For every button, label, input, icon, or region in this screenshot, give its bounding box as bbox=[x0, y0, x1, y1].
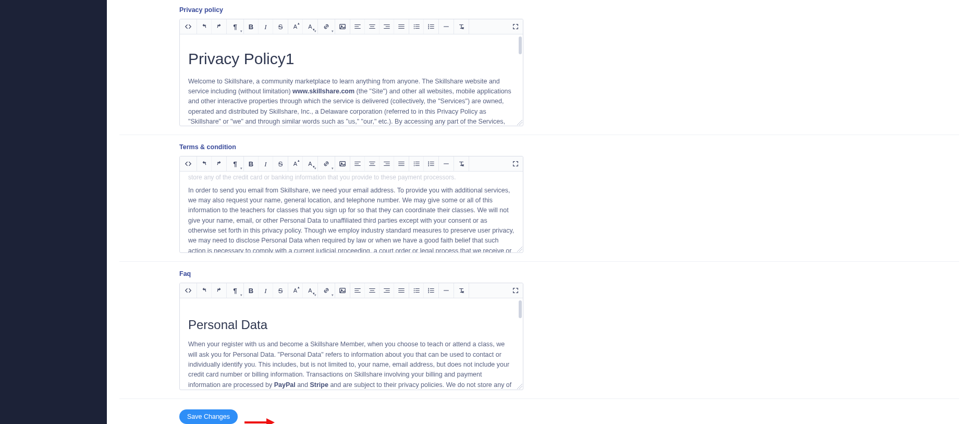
faq-paragraph: When your register with us and become a … bbox=[188, 340, 514, 390]
align-center-button[interactable] bbox=[365, 156, 379, 171]
faq-textarea[interactable]: Personal Data When your register with us… bbox=[180, 298, 523, 390]
align-right-button[interactable] bbox=[379, 156, 394, 171]
svg-point-14 bbox=[413, 25, 414, 26]
image-button[interactable] bbox=[335, 19, 350, 34]
undo-button[interactable] bbox=[197, 283, 212, 298]
horizontal-rule-button[interactable] bbox=[439, 19, 454, 34]
faq-heading: Personal Data bbox=[188, 315, 514, 334]
terms-condition-label: Terms & condition bbox=[179, 143, 523, 151]
unordered-list-button[interactable] bbox=[409, 156, 424, 171]
scrollbar-thumb[interactable] bbox=[519, 300, 522, 318]
faq-label: Faq bbox=[179, 270, 523, 277]
svg-point-15 bbox=[413, 26, 414, 27]
terms-paragraph: In order to send you email from Skillsha… bbox=[188, 186, 514, 252]
clear-format-button[interactable] bbox=[454, 19, 469, 34]
svg-point-73 bbox=[413, 290, 414, 291]
horizontal-rule-button[interactable] bbox=[439, 156, 454, 171]
ordered-list-button[interactable] bbox=[424, 156, 438, 171]
undo-button[interactable] bbox=[197, 156, 212, 171]
paragraph-style-button[interactable]: ¶▾ bbox=[227, 156, 243, 171]
svg-point-44 bbox=[413, 163, 414, 164]
resize-handle[interactable] bbox=[517, 120, 522, 125]
align-center-button[interactable] bbox=[365, 283, 379, 298]
redo-button[interactable] bbox=[212, 156, 226, 171]
align-left-button[interactable] bbox=[350, 156, 365, 171]
redo-button[interactable] bbox=[212, 19, 226, 34]
link-button[interactable]: ▾ bbox=[318, 283, 335, 298]
svg-marker-88 bbox=[266, 418, 275, 424]
code-view-button[interactable] bbox=[180, 156, 197, 171]
main-content: Privacy policy ¶▾ bbox=[107, 0, 980, 424]
align-right-button[interactable] bbox=[379, 283, 394, 298]
italic-button[interactable]: I bbox=[259, 283, 273, 298]
terms-condition-editor: ¶▾ BIS A▴A▾▾ ▾ store any of the credit bbox=[179, 156, 523, 253]
image-button[interactable] bbox=[335, 283, 350, 298]
align-left-button[interactable] bbox=[350, 283, 365, 298]
italic-button[interactable]: I bbox=[259, 156, 273, 171]
privacy-paragraph: Welcome to Skillshare, a community marke… bbox=[188, 77, 514, 126]
privacy-policy-panel: Privacy policy ¶▾ bbox=[119, 6, 959, 135]
bold-button[interactable]: B bbox=[244, 283, 259, 298]
svg-point-74 bbox=[413, 292, 414, 293]
code-view-button[interactable] bbox=[180, 19, 197, 34]
font-size-up-button[interactable]: A▴ bbox=[288, 283, 303, 298]
sidebar bbox=[0, 0, 107, 424]
font-size-down-button[interactable]: A▾▾ bbox=[303, 283, 317, 298]
clear-format-button[interactable] bbox=[454, 283, 469, 298]
italic-button[interactable]: I bbox=[259, 19, 273, 34]
align-right-button[interactable] bbox=[379, 19, 394, 34]
align-justify-button[interactable] bbox=[394, 156, 409, 171]
scrollbar-thumb[interactable] bbox=[519, 37, 522, 54]
strikethrough-button[interactable]: S bbox=[273, 156, 288, 171]
privacy-policy-label: Privacy policy bbox=[179, 6, 523, 14]
horizontal-rule-button[interactable] bbox=[439, 283, 454, 298]
align-left-button[interactable] bbox=[350, 19, 365, 34]
resize-handle[interactable] bbox=[517, 247, 522, 252]
align-center-button[interactable] bbox=[365, 19, 379, 34]
save-changes-button[interactable]: Save Changes bbox=[179, 409, 238, 424]
svg-point-43 bbox=[413, 162, 414, 163]
terms-condition-textarea[interactable]: store any of the credit card or banking … bbox=[180, 172, 523, 252]
svg-point-16 bbox=[413, 28, 414, 29]
paragraph-style-button[interactable]: ¶▾ bbox=[227, 19, 243, 34]
fullscreen-button[interactable] bbox=[508, 19, 523, 34]
strikethrough-button[interactable]: S bbox=[273, 19, 288, 34]
resize-handle[interactable] bbox=[517, 384, 522, 389]
editor-toolbar: ¶▾ BIS A▴A▾▾ ▾ bbox=[180, 156, 523, 172]
fullscreen-button[interactable] bbox=[508, 283, 523, 298]
bold-button[interactable]: B bbox=[244, 19, 259, 34]
strikethrough-button[interactable]: S bbox=[273, 283, 288, 298]
privacy-heading: Privacy Policy1 bbox=[188, 47, 514, 71]
terms-partial-line: store any of the credit card or banking … bbox=[188, 173, 514, 183]
link-button[interactable]: ▾ bbox=[318, 156, 335, 171]
svg-point-72 bbox=[413, 288, 414, 289]
unordered-list-button[interactable] bbox=[409, 19, 424, 34]
code-view-button[interactable] bbox=[180, 283, 197, 298]
privacy-policy-textarea[interactable]: Privacy Policy1 Welcome to Skillshare, a… bbox=[180, 34, 523, 126]
faq-editor: ¶▾ BIS A▴A▾▾ ▾ Personal Da bbox=[179, 283, 523, 390]
undo-button[interactable] bbox=[197, 19, 212, 34]
ordered-list-button[interactable] bbox=[424, 19, 438, 34]
unordered-list-button[interactable] bbox=[409, 283, 424, 298]
app-layout: Privacy policy ¶▾ bbox=[0, 0, 980, 424]
clear-format-button[interactable] bbox=[454, 156, 469, 171]
align-justify-button[interactable] bbox=[394, 19, 409, 34]
annotation-arrow-icon bbox=[243, 417, 275, 424]
image-button[interactable] bbox=[335, 156, 350, 171]
link-button[interactable]: ▾ bbox=[318, 19, 335, 34]
terms-condition-panel: Terms & condition ¶▾ BIS A▴A▾▾ ▾ bbox=[119, 143, 959, 262]
font-size-down-button[interactable]: A▾▾ bbox=[303, 19, 317, 34]
font-size-up-button[interactable]: A▴ bbox=[288, 156, 303, 171]
font-size-down-button[interactable]: A▾▾ bbox=[303, 156, 317, 171]
editor-toolbar: ¶▾ BIS A▴A▾▾ ▾ bbox=[180, 283, 523, 298]
bold-button[interactable]: B bbox=[244, 156, 259, 171]
privacy-policy-editor: ¶▾ B I S A▴ A▾▾ ▾ bbox=[179, 19, 523, 126]
font-size-up-button[interactable]: A▴ bbox=[288, 19, 303, 34]
faq-panel: Faq ¶▾ BIS A▴A▾▾ ▾ bbox=[119, 270, 959, 399]
redo-button[interactable] bbox=[212, 283, 226, 298]
svg-point-45 bbox=[413, 165, 414, 166]
ordered-list-button[interactable] bbox=[424, 283, 438, 298]
align-justify-button[interactable] bbox=[394, 283, 409, 298]
paragraph-style-button[interactable]: ¶▾ bbox=[227, 283, 243, 298]
fullscreen-button[interactable] bbox=[508, 156, 523, 171]
